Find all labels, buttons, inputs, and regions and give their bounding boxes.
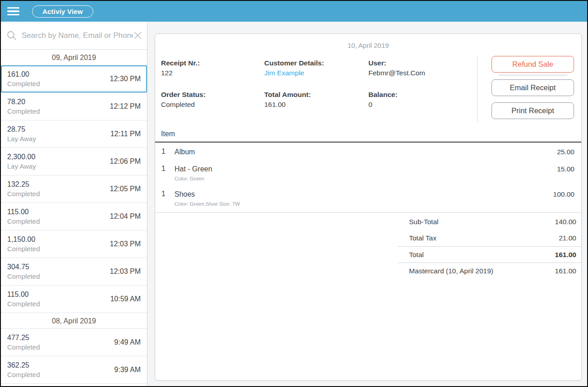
transaction-time: 12:03 PM: [110, 267, 141, 276]
transaction-status: Lay Away: [7, 135, 36, 143]
menu-icon[interactable]: [7, 7, 19, 15]
search-bar: [1, 22, 147, 50]
transaction-time: 9:39 AM: [114, 366, 141, 374]
transaction-time: 9:49 AM: [114, 338, 141, 346]
receipt-info-grid: Receipt Nr.: 122 Customer Details: Jim E…: [155, 58, 477, 122]
customer-link[interactable]: Jim Example: [264, 68, 368, 78]
transaction-time: 10:59 AM: [110, 295, 141, 303]
transaction-row[interactable]: 28.75 Lay Away 12:11 PM: [1, 120, 147, 148]
search-input[interactable]: [22, 31, 133, 40]
subtotal-value: 140.00: [555, 218, 576, 226]
tax-value: 21.00: [559, 234, 576, 242]
transaction-status: Completed: [7, 272, 40, 280]
item-options: Color: Green: [175, 175, 557, 182]
transaction-amount: 1,150.00: [7, 235, 40, 244]
date-group-header: 08, April 2019: [1, 313, 147, 329]
print-receipt-button[interactable]: Print Receipt: [492, 102, 574, 119]
transaction-amount: 2,300.00: [7, 153, 36, 161]
top-bar: Activiy View: [1, 1, 587, 22]
transaction-time: 12:30 PM: [110, 75, 141, 83]
order-status-label: Order Status:: [161, 90, 264, 100]
transaction-status: Completed: [7, 107, 40, 115]
transaction-status: Completed: [7, 190, 40, 198]
transaction-status: Completed: [7, 371, 40, 378]
transaction-status: Completed: [7, 245, 40, 253]
receipt-item-row: 1 Hat - Green Color: Green 15.00: [155, 160, 581, 185]
transaction-amount: 304.75: [7, 263, 40, 271]
transaction-time: 12:04 PM: [110, 212, 141, 221]
receipt-date: 10, April 2019: [155, 34, 581, 49]
payment-method-label: Mastercard (10, April 2019): [409, 267, 493, 275]
email-receipt-button[interactable]: Email Receipt: [492, 79, 574, 96]
transaction-amount: 28.75: [7, 125, 36, 134]
transaction-row[interactable]: 161.00 Completed 12:30 PM: [1, 65, 147, 93]
transaction-row[interactable]: 2,300.00 Lay Away 12:06 PM: [1, 148, 147, 175]
receipt-summary: Receipt Nr.: 122 Customer Details: Jim E…: [155, 58, 581, 122]
transactions-sidebar: 09, April 2019 161.00 Completed 12:30 PM…: [1, 22, 147, 386]
item-qty: 1: [161, 165, 175, 173]
item-name: Album: [175, 147, 557, 157]
totals-section: Sub-Total 140.00 Total Tax 21.00 Total 1…: [398, 214, 581, 279]
subtotal-row: Sub-Total 140.00: [398, 214, 581, 230]
total-label: Total: [409, 251, 424, 259]
transaction-status: Lay Away: [7, 162, 36, 170]
transaction-status: Completed: [7, 217, 40, 225]
refund-divider: [499, 75, 567, 75]
clear-search-icon[interactable]: [133, 31, 142, 40]
transaction-amount: 132.25: [7, 180, 40, 189]
transaction-row[interactable]: 477.25 Completed 9:49 AM: [1, 329, 147, 356]
transaction-row[interactable]: 115.00 Completed 12:04 PM: [1, 203, 147, 230]
balance-value: 0: [368, 100, 477, 110]
transaction-status: Completed: [7, 300, 40, 308]
total-amount-value: 161.00: [264, 100, 368, 110]
tax-label: Total Tax: [409, 234, 436, 242]
receipt-nr-label: Receipt Nr.:: [161, 58, 264, 68]
total-amount-label: Total Amount:: [264, 90, 368, 100]
item-options: Color: Green,Shoe Size: 7W: [175, 201, 553, 207]
transaction-row[interactable]: 1,150.00 Completed 12:03 PM: [1, 230, 147, 258]
payment-value: 161.00: [555, 267, 576, 275]
items-divider: [155, 212, 581, 213]
transaction-row[interactable]: 115.00 Completed 10:59 AM: [1, 286, 147, 313]
transaction-amount: 115.00: [7, 290, 40, 299]
transaction-time: 12:03 PM: [110, 240, 141, 248]
transaction-amount: 115.00: [7, 208, 40, 216]
item-qty: 1: [161, 147, 175, 156]
tax-row: Total Tax 21.00: [398, 230, 581, 246]
item-qty: 1: [161, 190, 175, 198]
item-name: Hat - Green: [175, 165, 557, 174]
transaction-time: 12:11 PM: [110, 130, 141, 138]
item-price: 100.00: [553, 190, 574, 199]
balance-label: Balance:: [368, 90, 477, 100]
payment-row: Mastercard (10, April 2019) 161.00: [398, 263, 581, 279]
refund-sale-button[interactable]: Refund Sale: [492, 56, 574, 73]
transaction-status: Completed: [7, 80, 40, 88]
receipt-nr-value: 122: [161, 68, 264, 78]
transaction-time: 12:12 PM: [110, 102, 141, 111]
main-area: 10, April 2019 Receipt Nr.: 122 Customer…: [147, 22, 587, 386]
items-column-header: Item: [155, 130, 581, 143]
transaction-amount: 362.25: [7, 361, 40, 369]
item-price: 25.00: [557, 147, 574, 157]
receipt-card: 10, April 2019 Receipt Nr.: 122 Customer…: [155, 33, 582, 381]
date-group-header: 09, April 2019: [1, 50, 147, 65]
receipt-item-row: 1 Album 25.00: [155, 143, 581, 160]
order-status-value: Completed: [161, 100, 264, 110]
transaction-row[interactable]: 78.20 Completed 12:12 PM: [1, 93, 147, 120]
activity-view-button[interactable]: Activiy View: [32, 5, 93, 18]
item-price: 15.00: [557, 165, 574, 174]
subtotal-label: Sub-Total: [409, 218, 438, 226]
transaction-row[interactable]: 132.25 Completed 12:05 PM: [1, 175, 147, 203]
user-label: User:: [368, 58, 477, 68]
transaction-row[interactable]: 362.25 Completed 9:39 AM: [1, 356, 147, 384]
item-name: Shoes: [175, 190, 553, 199]
user-value: Febmr@Test.Com: [368, 68, 477, 78]
search-icon: [6, 30, 17, 41]
transaction-status: Completed: [7, 343, 40, 351]
transaction-time: 12:05 PM: [110, 185, 141, 193]
transaction-amount: 161.00: [7, 70, 40, 78]
transaction-row[interactable]: 304.75 Completed 12:03 PM: [1, 258, 147, 286]
transaction-time: 12:06 PM: [110, 157, 141, 166]
customer-details-label: Customer Details:: [264, 58, 368, 68]
transaction-amount: 78.20: [7, 98, 40, 106]
